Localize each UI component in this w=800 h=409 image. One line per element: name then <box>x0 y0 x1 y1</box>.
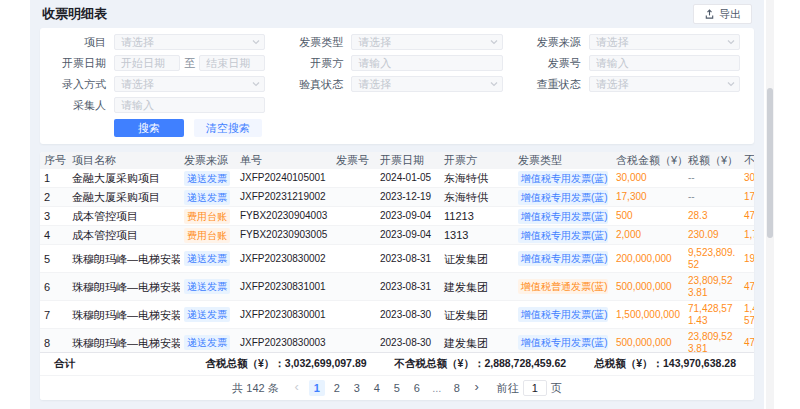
goto-prefix: 前往 <box>497 381 519 396</box>
pagination-page[interactable]: 5 <box>389 380 405 396</box>
clear-search-button[interactable]: 清空搜索 <box>194 119 262 137</box>
filter-field-collector: 采集人 <box>54 97 265 113</box>
issuer-label: 开票方 <box>291 56 343 71</box>
cell-tax: -- <box>684 169 740 188</box>
summary-total-tax: 总税额（¥）：143,970,638.28 <box>594 357 736 371</box>
cell-date: 2023-08-31 <box>376 245 440 273</box>
cell-date: 2023-12-19 <box>376 188 440 207</box>
source-tag: 递送发票 <box>184 279 230 294</box>
summary-item-value: 3,032,699,097.89 <box>285 357 367 369</box>
invoice-detail-app: 收票明细表 导出 项目 请选择 发票类型 请选择 <box>30 0 764 409</box>
pagination-page[interactable]: 2 <box>329 380 345 396</box>
cell-project: 珠穆朗玛峰—电梯安装 <box>68 273 180 301</box>
pagination-ellipsis[interactable]: ... <box>429 380 445 396</box>
col-tax: 税额（¥） <box>684 152 740 169</box>
cell-order_no: JXFP20240105001 <box>236 169 332 188</box>
cell-tax: 9,523,809.52 <box>684 245 740 273</box>
cell-order_no: JXFP20230830002 <box>236 245 332 273</box>
filter-panel: 项目 请选择 发票类型 请选择 发票来源 请选择 <box>40 28 754 144</box>
cell-project: 珠穆朗玛峰—电梯安装 <box>68 301 180 329</box>
invoice-source-label: 发票来源 <box>529 35 581 50</box>
cell-source: 费用台账 <box>180 207 236 226</box>
cell-date: 2023-08-30 <box>376 329 440 353</box>
topbar: 收票明细表 导出 <box>30 0 764 28</box>
cell-type: 增值税普通发票(蓝) <box>514 273 612 301</box>
cell-invoice_no <box>332 245 376 273</box>
pagination-page[interactable]: 1 <box>309 380 325 396</box>
export-button[interactable]: 导出 <box>693 4 752 24</box>
pagination-goto: 前往 页 <box>497 380 562 396</box>
table-row[interactable]: 8珠穆朗玛峰—电梯安装递送发票JXFP202308300032023-08-30… <box>40 329 754 353</box>
cell-invoice_no <box>332 169 376 188</box>
goto-page-input[interactable] <box>523 380 547 396</box>
pagination-page[interactable]: 6 <box>409 380 425 396</box>
table-row[interactable]: 4成本管控项目费用台账FYBX202309030052023-09-041313… <box>40 226 754 245</box>
entry-method-select[interactable]: 请选择 <box>114 76 265 92</box>
summary-tax-excluded-total: 不含税总额（¥）：2,888,728,459.62 <box>395 357 567 371</box>
type-tag: 增值税专用发票(蓝) <box>518 228 608 243</box>
collector-input[interactable] <box>121 99 258 112</box>
table-row[interactable]: 6珠穆朗玛峰—电梯安装递送发票JXFP202308310012023-08-31… <box>40 273 754 301</box>
table-row[interactable]: 5珠穆朗玛峰—电梯安装递送发票JXFP202308300022023-08-31… <box>40 245 754 273</box>
cell-issuer: 东海特供 <box>440 169 514 188</box>
verify-status-select-placeholder: 请选择 <box>358 77 391 92</box>
cell-net: 476,190,476.19 <box>740 329 754 353</box>
cell-source: 递送发票 <box>180 188 236 207</box>
filter-field-invoice-source: 发票来源 请选择 <box>529 34 740 50</box>
project-select[interactable]: 请选择 <box>114 34 265 50</box>
invoice-no-input[interactable] <box>596 57 733 70</box>
window-scrollbar[interactable] <box>766 0 774 409</box>
pagination-page[interactable]: 3 <box>349 380 365 396</box>
invoice-source-select[interactable]: 请选择 <box>589 34 740 50</box>
col-invoice-no: 发票号 <box>332 152 376 169</box>
cell-tax: 230.09 <box>684 226 740 245</box>
entry-method-label: 录入方式 <box>54 77 106 92</box>
type-tag: 增值税专用发票(蓝) <box>518 171 608 186</box>
scrollbar-thumb[interactable] <box>767 88 773 238</box>
table-row[interactable]: 2金融大厦采购项目递送发票JXFP202312190022023-12-19东海… <box>40 188 754 207</box>
col-no: 序号 <box>40 152 68 169</box>
pagination-next-icon[interactable]: › <box>469 380 485 396</box>
duplicate-status-select[interactable]: 请选择 <box>589 76 740 92</box>
type-tag: 增值税专用发票(蓝) <box>518 209 608 224</box>
issuer-input-wrap <box>351 55 502 71</box>
start-date-wrap <box>114 55 180 71</box>
chevron-down-icon <box>490 80 498 88</box>
table-row[interactable]: 3成本管控项目费用台账FYBX202309040032023-09-041121… <box>40 207 754 226</box>
verify-status-select[interactable]: 请选择 <box>351 76 502 92</box>
cell-order_no: FYBX20230903005 <box>236 226 332 245</box>
cell-no: 3 <box>40 207 68 226</box>
pagination-page[interactable]: 4 <box>369 380 385 396</box>
search-button[interactable]: 搜索 <box>114 119 184 137</box>
cell-net: 30,000 <box>740 169 754 188</box>
cell-amount: 30,000 <box>612 169 684 188</box>
table-row[interactable]: 1金融大厦采购项目递送发票JXFP202401050012024-01-05东海… <box>40 169 754 188</box>
start-date-input[interactable] <box>121 57 173 70</box>
col-amount: 含税金额（¥） <box>612 152 684 169</box>
cell-tax: 23,809,523.81 <box>684 329 740 353</box>
cell-no: 2 <box>40 188 68 207</box>
cell-issuer: 1313 <box>440 226 514 245</box>
pagination-prev-icon[interactable]: ‹ <box>289 380 305 396</box>
source-tag: 费用台账 <box>184 209 230 224</box>
invoice-no-label: 发票号 <box>529 56 581 71</box>
table-row[interactable]: 7珠穆朗玛峰—电梯安装递送发票JXFP202308300012023-08-30… <box>40 301 754 329</box>
cell-amount: 17,300 <box>612 188 684 207</box>
duplicate-status-label: 查重状态 <box>529 77 581 92</box>
cell-net: 1,769.91 <box>740 226 754 245</box>
date-separator: 至 <box>184 56 195 71</box>
type-tag: 增值税专用发票(蓝) <box>518 307 608 322</box>
cell-net: 190,476,190.48 <box>740 245 754 273</box>
summary-item-value: 143,970,638.28 <box>663 357 736 369</box>
cell-type: 增值税专用发票(蓝) <box>514 226 612 245</box>
source-tag: 递送发票 <box>184 190 230 205</box>
cell-no: 8 <box>40 329 68 353</box>
end-date-input[interactable] <box>206 57 258 70</box>
invoice-type-select[interactable]: 请选择 <box>351 34 502 50</box>
cell-order_no: JXFP20230831001 <box>236 273 332 301</box>
issuer-input[interactable] <box>358 57 495 70</box>
pagination: 共 142 条 ‹ 123456...8 › 前往 页 <box>40 375 754 400</box>
pagination-page[interactable]: 8 <box>449 380 465 396</box>
table-scroll-area[interactable]: 序号 项目名称 发票来源 单号 发票号 开票日期 开票方 发票类型 含税金额（¥… <box>40 152 754 352</box>
pagination-pages: 123456...8 <box>309 380 465 396</box>
